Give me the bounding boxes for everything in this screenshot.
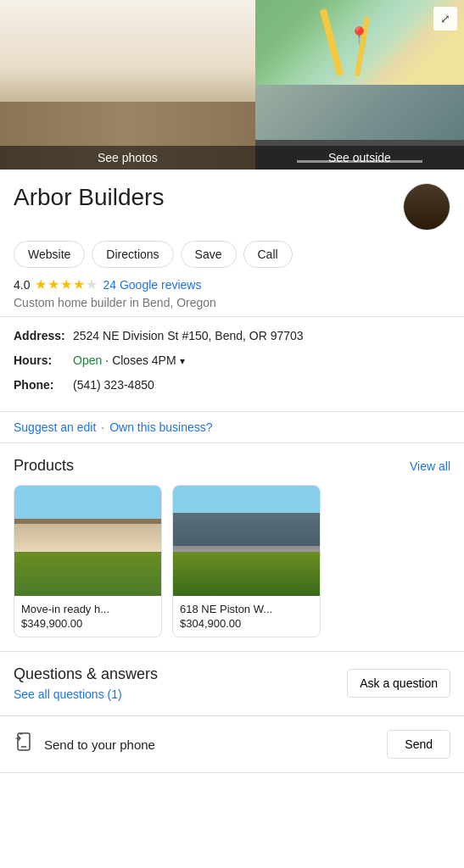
send-button[interactable]: Send (387, 730, 450, 759)
hours-value: Open · Closes 4PM ▾ (73, 352, 185, 370)
business-header: Arbor Builders (14, 183, 450, 231)
see-outside-label[interactable]: See outside (255, 146, 464, 170)
star-3: ★ (60, 276, 72, 292)
avatar[interactable] (403, 183, 450, 231)
map-and-outside: ⤢ See outside (255, 0, 464, 170)
rating-row: 4.0 ★ ★ ★ ★ ★ 24 Google reviews (14, 276, 450, 292)
products-title: Products (14, 457, 74, 475)
ask-question-button[interactable]: Ask a question (347, 669, 450, 698)
product-card-1[interactable]: Move-in ready h... $349,900.00 (14, 485, 162, 637)
directions-button[interactable]: Directions (92, 241, 173, 268)
star-1: ★ (35, 276, 47, 292)
products-header: Products View all (14, 457, 450, 475)
review-link[interactable]: 24 Google reviews (103, 278, 201, 292)
suggest-edit-link[interactable]: Suggest an edit (14, 420, 96, 434)
call-button[interactable]: Call (243, 241, 293, 268)
product-name-1: Move-in ready h... (21, 603, 154, 615)
send-left: Send to your phone (14, 732, 155, 757)
action-buttons: Website Directions Save Call (14, 241, 450, 268)
phone-icon-svg (14, 732, 34, 752)
product-price-1: $349,900.00 (21, 617, 154, 630)
svg-rect-2 (20, 733, 23, 735)
address-value: 2524 NE Division St #150, Bend, OR 97703 (73, 327, 304, 345)
save-button[interactable]: Save (181, 241, 237, 268)
qa-section: Questions & answers See all questions (1… (0, 652, 464, 716)
address-row: Address: 2524 NE Division St #150, Bend,… (14, 327, 450, 345)
product-price-2: $304,900.00 (180, 617, 313, 630)
see-photos-label[interactable]: See photos (0, 146, 255, 170)
star-2: ★ (48, 276, 59, 292)
products-section: Products View all Move-in ready h... $34… (0, 443, 464, 652)
website-button[interactable]: Website (14, 241, 85, 268)
business-info-section: Arbor Builders Website Directions Save C… (0, 170, 464, 317)
details-section: Address: 2524 NE Division St #150, Bend,… (0, 317, 464, 412)
phone-label: Phone: (14, 376, 73, 394)
view-all-link[interactable]: View all (410, 459, 450, 473)
svg-rect-0 (18, 733, 30, 750)
product-info-1: Move-in ready h... $349,900.00 (14, 596, 161, 637)
expand-icon[interactable]: ⤢ (433, 7, 457, 31)
rating-number: 4.0 (14, 278, 30, 292)
business-type: Custom home builder in Bend, Oregon (14, 296, 450, 309)
avatar-image (404, 184, 450, 230)
hours-close: Closes 4PM (112, 352, 176, 370)
hero-section: See photos ⤢ See outside (0, 0, 464, 170)
product-image-1 (14, 486, 161, 596)
hours-dropdown-chevron[interactable]: ▾ (180, 353, 185, 369)
star-4: ★ (73, 276, 85, 292)
product-image-2 (173, 486, 320, 596)
star-5: ★ (86, 276, 98, 292)
edit-separator: · (101, 420, 104, 434)
star-rating: ★ ★ ★ ★ ★ (35, 276, 98, 292)
address-label: Address: (14, 327, 73, 345)
hours-open: Open (73, 352, 102, 370)
send-text: Send to your phone (44, 737, 155, 752)
product-img-visual-2 (173, 486, 320, 596)
own-business-link[interactable]: Own this business? (109, 420, 212, 434)
send-to-phone-icon (14, 732, 34, 757)
phone-value[interactable]: (541) 323-4850 (73, 376, 154, 394)
business-name: Arbor Builders (14, 183, 164, 212)
edit-links-section: Suggest an edit · Own this business? (0, 412, 464, 443)
qa-title: Questions & answers (14, 665, 158, 683)
product-name-2: 618 NE Piston W... (180, 603, 313, 615)
street-view-thumbnail[interactable]: See outside (255, 85, 464, 170)
qa-left: Questions & answers See all questions (1… (14, 665, 158, 702)
send-to-phone-section: Send to your phone Send (0, 716, 464, 773)
interior-photo[interactable]: See photos (0, 0, 255, 170)
products-grid: Move-in ready h... $349,900.00 618 NE Pi… (14, 485, 450, 637)
hours-dot: · (105, 352, 109, 370)
map-thumbnail[interactable]: ⤢ (255, 0, 464, 85)
see-all-questions-link[interactable]: See all questions (1) (14, 687, 122, 701)
product-img-visual-1 (14, 486, 161, 596)
product-info-2: 618 NE Piston W... $304,900.00 (173, 596, 320, 637)
hours-row: Hours: Open · Closes 4PM ▾ (14, 352, 450, 370)
product-card-2[interactable]: 618 NE Piston W... $304,900.00 (172, 485, 321, 637)
phone-row: Phone: (541) 323-4850 (14, 376, 450, 394)
hours-label: Hours: (14, 352, 73, 370)
